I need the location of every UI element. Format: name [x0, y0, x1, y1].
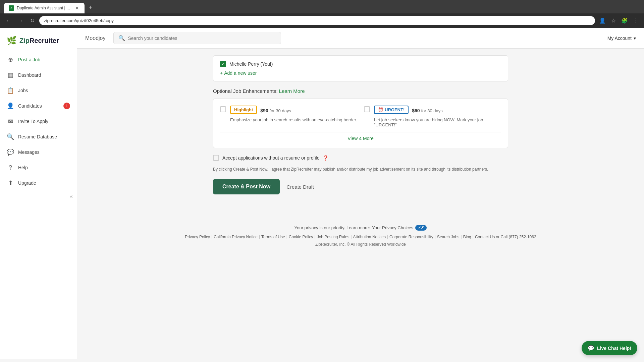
user-name: Michelle Perry (You!)	[229, 61, 273, 67]
add-user-button[interactable]: + Add a new user	[220, 70, 501, 76]
create-post-now-button[interactable]: Create & Post Now	[213, 179, 280, 194]
urgent-label: ⏰ URGENT!	[374, 106, 409, 114]
browser-tabs: Z Duplicate Admin Assistant | Zip ✕ +	[4, 3, 640, 13]
search-bar[interactable]: 🔍	[113, 32, 281, 44]
my-account-button[interactable]: My Account ▾	[607, 36, 636, 41]
new-tab-button[interactable]: +	[86, 3, 95, 12]
add-user-label: Add a new user	[224, 70, 257, 76]
privacy-text: Your privacy is our priority. Learn more…	[294, 225, 370, 230]
sidebar-label-upgrade: Upgrade	[18, 180, 36, 186]
sidebar-item-resume-database[interactable]: 🔍 Resume Database	[0, 129, 77, 144]
footer-link-search-jobs[interactable]: Search Jobs	[437, 235, 460, 239]
sidebar-label-dashboard: Dashboard	[18, 72, 41, 78]
main-content: Moodjoy 🔍 My Account ▾ ✓ Michelle Perry …	[77, 28, 644, 359]
top-nav: Moodjoy 🔍 My Account ▾	[77, 28, 644, 49]
logo-icon: 🌿	[7, 36, 17, 45]
live-chat-button[interactable]: 💬 Live Chat Help!	[582, 341, 637, 355]
highlight-description: Emphasize your job in search results wit…	[230, 117, 357, 122]
my-account-label: My Account	[607, 36, 632, 41]
browser-toolbar: ← → ↻ ziprecruiter.com/quiz/f02e45eb/cop…	[0, 13, 644, 28]
sidebar-item-jobs[interactable]: 📋 Jobs	[0, 83, 77, 98]
jobs-icon: 📋	[7, 87, 14, 94]
urgent-description: Let job seekers know you are hiring NOW.…	[374, 117, 501, 127]
accept-applications-checkbox[interactable]	[213, 155, 219, 161]
footer-link-job-posting[interactable]: Job Posting Rules	[317, 235, 350, 239]
action-buttons-row: Create & Post Now Create Draft	[213, 179, 508, 194]
footer-link-terms[interactable]: Terms of Use	[261, 235, 285, 239]
urgent-clock-icon: ⏰	[378, 107, 383, 112]
active-tab[interactable]: Z Duplicate Admin Assistant | Zip ✕	[4, 3, 85, 13]
extension-button[interactable]: 🧩	[620, 16, 629, 25]
enhancements-box: Highlight $90 for 30 days Emphasize your…	[213, 99, 508, 148]
sidebar-label-messages: Messages	[18, 149, 40, 155]
tab-close-button[interactable]: ✕	[74, 5, 80, 11]
post-job-icon: ⊕	[7, 56, 14, 63]
highlight-price-detail: for 30 days	[270, 108, 291, 113]
footer-link-contact[interactable]: Contact Us or Call (877) 252-1062	[475, 235, 536, 239]
add-user-icon: +	[220, 70, 223, 76]
candidates-badge: 1	[63, 103, 70, 109]
sidebar-item-invite-to-apply[interactable]: ✉ Invite To Apply	[0, 114, 77, 129]
sidebar-item-dashboard[interactable]: ▦ Dashboard	[0, 67, 77, 83]
logo: 🌿 ZipRecruiter	[0, 33, 77, 52]
highlight-enhancement: Highlight $90 for 30 days Emphasize your…	[220, 106, 357, 127]
upgrade-icon: ⬆	[7, 179, 14, 187]
legal-text: By clicking Create & Post Now, I agree t…	[213, 166, 508, 172]
back-button[interactable]: ←	[4, 16, 13, 25]
content-area: ✓ Michelle Perry (You!) + Add a new user…	[203, 49, 518, 211]
browser-chrome: Z Duplicate Admin Assistant | Zip ✕ +	[0, 0, 644, 13]
sidebar-label-invite: Invite To Apply	[18, 119, 48, 124]
user-checkbox[interactable]: ✓	[220, 61, 226, 67]
footer-copyright: ZipRecruiter, Inc. © All Rights Reserved…	[87, 242, 634, 247]
footer-link-corporate[interactable]: Corporate Responsibility	[389, 235, 433, 239]
tab-title: Duplicate Admin Assistant | Zip	[17, 6, 72, 10]
sidebar-item-help[interactable]: ? Help	[0, 160, 77, 175]
footer-link-california[interactable]: California Privacy Notice	[214, 235, 258, 239]
urgent-price: $60 for 30 days	[412, 108, 443, 113]
view-more-button[interactable]: View 4 More	[220, 132, 501, 141]
page-wrapper: 🌿 ZipRecruiter ⊕ Post a Job ▦ Dashboard …	[0, 28, 644, 359]
sidebar: 🌿 ZipRecruiter ⊕ Post a Job ▦ Dashboard …	[0, 28, 77, 359]
logo-text: ZipRecruiter	[19, 37, 59, 45]
sidebar-label-help: Help	[18, 165, 28, 170]
footer-link-attribution[interactable]: Attribution Notices	[353, 235, 386, 239]
privacy-row: Your privacy is our priority. Learn more…	[87, 225, 634, 231]
help-tooltip-icon[interactable]: ❓	[323, 155, 328, 161]
sidebar-item-post-job[interactable]: ⊕ Post a Job	[0, 52, 77, 67]
refresh-button[interactable]: ↻	[28, 16, 37, 25]
help-icon: ?	[7, 164, 14, 171]
create-draft-button[interactable]: Create Draft	[286, 184, 314, 190]
sidebar-collapse-button[interactable]: «	[0, 191, 77, 202]
search-input[interactable]	[128, 36, 276, 41]
urgent-checkbox[interactable]	[364, 106, 370, 112]
sidebar-label-jobs: Jobs	[18, 88, 28, 93]
privacy-choices-link[interactable]: Your Privacy Choices	[372, 225, 413, 230]
accept-applications-row: Accept applications without a resume or …	[213, 155, 508, 161]
toolbar-actions: 👤 ☆ 🧩 ⋮	[598, 16, 640, 25]
candidates-icon: 👤	[7, 102, 14, 110]
forward-button[interactable]: →	[16, 16, 25, 25]
sidebar-item-candidates[interactable]: 👤 Candidates 1	[0, 98, 77, 114]
address-bar[interactable]: ziprecruiter.com/quiz/f02e45eb/copy	[39, 16, 595, 25]
highlight-checkbox[interactable]	[220, 106, 226, 112]
footer-link-cookie[interactable]: Cookie Policy	[289, 235, 313, 239]
accept-applications-label: Accept applications without a resume or …	[222, 155, 319, 161]
urgent-enhancement: ⏰ URGENT! $60 for 30 days Let job seeker…	[364, 106, 501, 127]
bookmark-button[interactable]: ☆	[610, 16, 617, 25]
messages-icon: 💬	[7, 148, 14, 156]
learn-more-link[interactable]: Learn More	[279, 88, 305, 94]
urgent-details: ⏰ URGENT! $60 for 30 days Let job seeker…	[374, 106, 501, 127]
privacy-badge: ✓✗	[415, 225, 427, 231]
search-icon: 🔍	[118, 35, 125, 41]
footer-link-blog[interactable]: Blog	[463, 235, 471, 239]
profile-button[interactable]: 👤	[598, 16, 607, 25]
invite-icon: ✉	[7, 118, 14, 125]
sidebar-label-resume: Resume Database	[18, 134, 57, 139]
highlight-details: Highlight $90 for 30 days Emphasize your…	[230, 106, 357, 122]
sidebar-item-messages[interactable]: 💬 Messages	[0, 144, 77, 160]
more-button[interactable]: ⋮	[632, 16, 640, 25]
sidebar-item-upgrade[interactable]: ⬆ Upgrade	[0, 175, 77, 191]
sidebar-label-post-job: Post a Job	[18, 57, 40, 62]
footer-link-privacy-policy[interactable]: Privacy Policy	[185, 235, 210, 239]
optional-enhancements-title: Optional Job Enhancements: Learn More	[213, 88, 508, 94]
